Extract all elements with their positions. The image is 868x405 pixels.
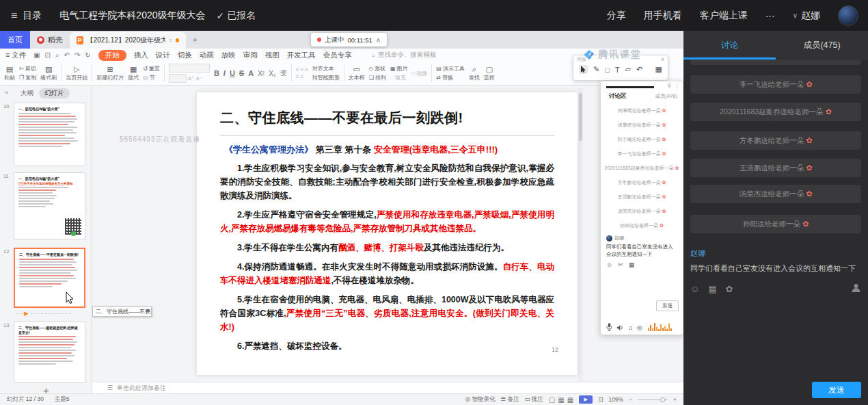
number-list-icon[interactable]: ≡ bbox=[300, 74, 303, 80]
zoom-in-icon[interactable]: + bbox=[673, 396, 677, 403]
slide-thumbnail-11[interactable]: 一、防范电信诈骗“防火墙” (三)关于关注市违法举报政务卫士的通知 bbox=[14, 172, 85, 239]
font-size-select[interactable] bbox=[169, 74, 187, 83]
textbox-button[interactable]: ▭文本框 bbox=[349, 66, 365, 81]
shrink-font-icon[interactable]: A⁻ bbox=[195, 75, 202, 81]
cursor-tool-icon[interactable] bbox=[579, 65, 588, 74]
undo-tool-icon[interactable]: ↶ bbox=[636, 65, 642, 74]
align-center-icon[interactable]: ≡ bbox=[300, 66, 303, 73]
command-search[interactable]: ⌕ 查找命令、搜索模板 bbox=[372, 51, 437, 60]
normal-view-icon[interactable]: ▢ bbox=[549, 396, 555, 404]
cut-button[interactable]: ✄剪切 bbox=[19, 65, 36, 73]
microphone-icon[interactable] bbox=[606, 323, 612, 331]
menu-view[interactable]: 视图 bbox=[265, 51, 280, 60]
align-text-button[interactable]: 对齐文本 bbox=[312, 65, 340, 73]
share-button[interactable]: 分享 bbox=[607, 10, 626, 22]
layout-button[interactable]: ▦版式 bbox=[128, 66, 139, 81]
underline-button[interactable]: U bbox=[230, 69, 235, 77]
comment-button[interactable]: ▭ 批注 bbox=[524, 395, 543, 404]
record-icon[interactable]: ◎ bbox=[637, 324, 642, 331]
slide-thumbnail-10[interactable]: 一、防范电信诈骗“防火墙” bbox=[14, 103, 85, 166]
menu-insert[interactable]: 插入 bbox=[134, 51, 148, 60]
emoji-icon[interactable]: ☺ bbox=[606, 261, 612, 268]
slide-thumbnail-12-selected[interactable]: 二、守住底线——不要在最后一刻跌倒! bbox=[14, 248, 85, 308]
eraser-tool-icon[interactable]: ▱ bbox=[625, 65, 631, 74]
align-left-icon[interactable]: ≡ bbox=[296, 66, 299, 73]
shapes-button[interactable]: ◇形状 bbox=[369, 65, 386, 73]
hamburger-icon[interactable]: ≡ bbox=[11, 10, 17, 22]
client-app-button[interactable]: 客户端上课 bbox=[700, 10, 748, 22]
print-icon[interactable]: ⊡ bbox=[45, 51, 51, 60]
font-name-select[interactable] bbox=[169, 64, 210, 73]
menu-devtools[interactable]: 开发工具 bbox=[287, 51, 316, 60]
new-tab-button[interactable]: + bbox=[186, 31, 204, 49]
fit-slide-icon[interactable]: ⊡ bbox=[598, 396, 603, 403]
pen-tool-icon[interactable]: ✎ bbox=[593, 65, 599, 74]
avatar[interactable] bbox=[838, 5, 858, 26]
refresh-icon[interactable]: ↻ bbox=[85, 51, 90, 60]
play-from-page-button[interactable]: ▷当页开始 bbox=[66, 66, 87, 81]
tab-wps-home[interactable]: 首页 bbox=[0, 31, 30, 49]
menu-membership[interactable]: 会员专享 bbox=[323, 51, 352, 60]
sorter-view-icon[interactable]: ▦ bbox=[558, 396, 564, 404]
tab-slides[interactable]: 幻灯片 bbox=[39, 88, 70, 99]
reset-button[interactable]: ↺重置 bbox=[143, 65, 160, 73]
paste-button[interactable]: ▤粘贴 bbox=[4, 66, 15, 81]
menu-review[interactable]: 审阅 bbox=[243, 51, 258, 60]
smart-beautify-button[interactable]: ◎ 智能美化 bbox=[465, 395, 496, 404]
watch-on-phone-button[interactable]: 用手机看 bbox=[644, 10, 682, 22]
slide-thumbnail-13[interactable]: 二、守住底线——规矩就是纪律,纪律就是安全! bbox=[14, 322, 85, 383]
preview-icon[interactable]: ⌕ bbox=[55, 51, 59, 60]
menu-design[interactable]: 设计 bbox=[156, 51, 170, 60]
screenshot-icon[interactable]: ✄ bbox=[618, 261, 623, 268]
speaker-icon[interactable] bbox=[616, 324, 624, 331]
align-right-icon[interactable]: ≡ bbox=[305, 66, 308, 73]
superscript-button[interactable]: X² bbox=[258, 70, 265, 77]
replace-button[interactable]: ⇄替换 bbox=[436, 74, 465, 81]
tab-outline[interactable]: 大纲 bbox=[21, 89, 33, 98]
format-painter-button[interactable]: ▨格式刷 bbox=[40, 66, 57, 81]
subscript-button[interactable]: X₂ bbox=[269, 70, 276, 77]
zoom-slider[interactable] bbox=[638, 400, 668, 400]
tab-docer[interactable]: 稻壳 bbox=[30, 31, 70, 49]
tab-discussion[interactable]: 讨论 bbox=[683, 31, 776, 60]
current-slide[interactable]: 二、守住底线——不要在最后一刻跌倒! 《学生公寓管理办法》 第三章 第十条 安全… bbox=[197, 92, 578, 375]
zoom-out-icon[interactable]: − bbox=[629, 396, 632, 403]
smartart-button[interactable]: 转智能图形 bbox=[312, 74, 340, 81]
close-icon[interactable]: × bbox=[661, 56, 664, 63]
catalog-button[interactable]: 目录 bbox=[23, 10, 42, 22]
arrange-button[interactable]: ❏排列 bbox=[369, 74, 386, 81]
file-menu[interactable]: ≡ 文件 bbox=[5, 51, 26, 60]
strikethrough-button[interactable]: S bbox=[239, 69, 244, 77]
image-icon[interactable]: ▦ bbox=[708, 284, 716, 294]
tab-document[interactable]: P 【2021.12】2020级年级大会2.0 ○ bbox=[70, 32, 186, 49]
send-button[interactable]: 发送 bbox=[812, 382, 861, 398]
emoji-icon[interactable]: ☺ bbox=[690, 284, 699, 294]
menu-slideshow[interactable]: 放映 bbox=[221, 51, 236, 60]
select-button[interactable]: ▢选择 bbox=[484, 66, 495, 81]
section-button[interactable]: ▭节 bbox=[143, 74, 160, 81]
collapse-panel-icon[interactable]: « bbox=[5, 88, 8, 96]
save-icon[interactable]: ▣ bbox=[33, 51, 40, 60]
bullet-list-icon[interactable]: ≡ bbox=[296, 74, 299, 80]
tab-members[interactable]: 成员(475) bbox=[776, 31, 868, 60]
new-slide-button[interactable]: ⊞新建幻灯片 bbox=[96, 66, 124, 81]
live-class-pill[interactable]: 上课中 00:11:51 ∧ bbox=[311, 33, 387, 47]
menu-home[interactable]: 开始 bbox=[98, 50, 126, 61]
text-effects-button[interactable]: 变 bbox=[280, 68, 287, 78]
image-icon[interactable]: ▦ bbox=[629, 261, 635, 268]
menu-animation[interactable]: 动画 bbox=[200, 51, 214, 60]
reading-view-icon[interactable]: ▦ bbox=[567, 396, 573, 404]
bold-button[interactable]: B bbox=[214, 69, 219, 77]
notes-toggle-button[interactable]: ☰ 备注 bbox=[500, 395, 519, 404]
slide-scrollbar[interactable] bbox=[578, 88, 583, 383]
find-button[interactable]: ⌕查找 bbox=[469, 66, 480, 81]
grow-font-icon[interactable]: A⁺ bbox=[188, 75, 195, 81]
panel-drag-handle[interactable] bbox=[606, 86, 654, 88]
menu-transition[interactable]: 切换 bbox=[178, 51, 192, 60]
italic-button[interactable]: I bbox=[223, 69, 226, 77]
undo-icon[interactable]: ↶ bbox=[64, 51, 70, 60]
redo-icon[interactable]: ↷ bbox=[74, 51, 80, 60]
music-icon[interactable]: ♫ bbox=[628, 324, 633, 331]
board-tool-icon[interactable]: ▦ bbox=[655, 65, 662, 74]
members-count[interactable]: 成员(476) bbox=[655, 93, 677, 100]
